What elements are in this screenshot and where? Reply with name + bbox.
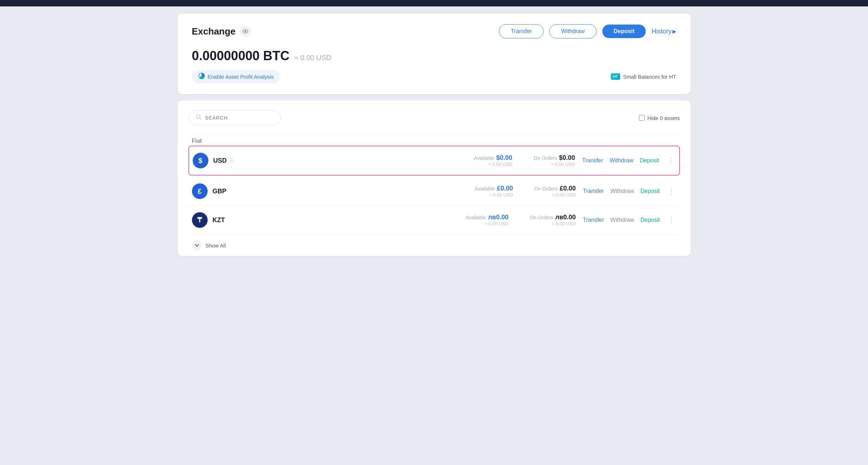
kzt-coin-icon: ₸ <box>192 212 208 228</box>
fiat-section-label: Fiat <box>188 134 680 144</box>
history-arrow-icon: ▶ <box>672 28 676 34</box>
available-label-gbp: Available <box>475 186 495 192</box>
orders-value-usd: $0.00 <box>559 154 575 162</box>
orders-label-usd: On Orders <box>534 155 557 161</box>
top-bar <box>0 0 868 6</box>
search-box[interactable] <box>188 110 281 125</box>
available-label-usd: Available <box>474 155 494 161</box>
available-usd-usd: ≈ 0.00 USD <box>488 162 512 167</box>
exchange-header: Exchange Transfer Withdraw Deposit Histo… <box>192 24 676 38</box>
available-value-usd: $0.00 <box>496 154 512 162</box>
transfer-btn-gbp[interactable]: Transfer <box>583 188 604 194</box>
balance-row: 0.00000000 BTC ≈ 0.00 USD <box>192 48 676 63</box>
enable-analysis-label: Enable Asset Profit Analysis <box>208 74 274 80</box>
coin-symbol-gbp: GBP <box>213 188 227 195</box>
table-row: $ USD ⓘ Available $0.00 ≈ 0.00 USD <box>188 146 680 176</box>
coin-name-usd: USD ⓘ <box>213 157 256 164</box>
hide-zero-row: Hide 0 assets <box>639 115 680 121</box>
orders-label-kzt: On Orders <box>530 215 553 220</box>
search-icon <box>196 114 202 121</box>
exchange-title-row: Exchange <box>192 26 251 37</box>
deposit-btn-gbp[interactable]: Deposit <box>640 188 660 194</box>
enable-analysis-button[interactable]: Enable Asset Profit Analysis <box>192 70 280 83</box>
show-all-label: Show All <box>206 242 226 249</box>
withdraw-btn-kzt[interactable]: Withdraw <box>610 217 634 223</box>
ht-badge: HT <box>611 73 620 80</box>
orders-value-gbp: £0.00 <box>560 185 576 192</box>
orders-label-gbp: On Orders <box>534 186 557 192</box>
search-row: Hide 0 assets <box>188 110 680 125</box>
header-actions: Transfer Withdraw Deposit History ▶ <box>499 24 676 38</box>
deposit-btn-kzt[interactable]: Deposit <box>640 217 660 223</box>
coin-name-kzt: KZT <box>213 216 255 224</box>
orders-usd-kzt: ≈ 0.00 USD <box>552 221 576 226</box>
hide-zero-label: Hide 0 assets <box>648 115 680 121</box>
withdraw-btn-gbp[interactable]: Withdraw <box>610 188 634 194</box>
actions-gbp: Transfer Withdraw Deposit ⋮ <box>583 187 676 195</box>
actions-usd: Transfer Withdraw Deposit ⋮ <box>582 156 676 165</box>
available-usd-gbp: ≈ 0.00 USD <box>489 192 513 198</box>
transfer-button[interactable]: Transfer <box>499 24 544 38</box>
fiat-section: Fiat $ USD ⓘ Available $0.00 ≈ 0.00 USD <box>188 134 680 256</box>
more-btn-usd[interactable]: ⋮ <box>666 156 676 165</box>
more-btn-gbp[interactable]: ⋮ <box>666 187 676 195</box>
pie-chart-icon <box>198 73 205 80</box>
actions-kzt: Transfer Withdraw Deposit ⋮ <box>583 216 676 224</box>
deposit-btn-usd[interactable]: Deposit <box>640 157 659 164</box>
orders-usd-gbp: ≈ 0.00 USD <box>552 192 576 198</box>
available-value-kzt: лв0.00 <box>488 214 509 221</box>
assets-card: Hide 0 assets Fiat $ USD ⓘ Available $0.… <box>178 100 691 256</box>
table-row: ₸ KZT Available лв0.00 ≈ 0.00 USD On <box>188 206 680 235</box>
coin-symbol-kzt: KZT <box>213 216 225 224</box>
table-row: £ GBP Available £0.00 ≈ 0.00 USD On O <box>188 177 680 206</box>
page-title: Exchange <box>192 26 236 37</box>
orders-usd-usd: ≈ 0.00 USD <box>551 162 575 167</box>
info-icon-usd[interactable]: ⓘ <box>229 157 234 164</box>
show-all-row[interactable]: Show All <box>188 235 680 256</box>
usd-coin-icon: $ <box>193 153 208 168</box>
more-btn-kzt[interactable]: ⋮ <box>666 216 676 224</box>
small-balances[interactable]: HT Small Balances for HT <box>611 73 676 80</box>
svg-point-1 <box>245 31 246 32</box>
gbp-coin-icon: £ <box>192 183 208 199</box>
coin-name-gbp: GBP <box>213 188 255 195</box>
orders-value-kzt: лв0.00 <box>555 214 576 221</box>
deposit-button[interactable]: Deposit <box>602 25 646 38</box>
available-usd-kzt: ≈ 0.00 USD <box>485 221 509 226</box>
toggle-visibility-button[interactable] <box>240 26 251 37</box>
withdraw-button[interactable]: Withdraw <box>549 24 597 38</box>
exchange-card: Exchange Transfer Withdraw Deposit Histo… <box>178 14 691 94</box>
withdraw-btn-usd[interactable]: Withdraw <box>610 157 634 164</box>
transfer-btn-kzt[interactable]: Transfer <box>583 217 604 223</box>
transfer-btn-usd[interactable]: Transfer <box>582 157 603 164</box>
history-link[interactable]: History ▶ <box>651 28 676 35</box>
hide-zero-checkbox[interactable] <box>639 115 645 121</box>
coin-symbol-usd: USD <box>213 157 227 164</box>
svg-line-4 <box>199 118 201 120</box>
available-label-kzt: Available <box>466 215 486 220</box>
asset-analysis-row: Enable Asset Profit Analysis HT Small Ba… <box>192 70 676 83</box>
small-balances-label: Small Balances for HT <box>623 74 676 80</box>
chevron-down-icon <box>192 240 202 250</box>
available-value-gbp: £0.00 <box>497 185 513 192</box>
search-input[interactable] <box>205 115 274 121</box>
main-container: Exchange Transfer Withdraw Deposit Histo… <box>167 6 701 263</box>
balance-usd: ≈ 0.00 USD <box>295 54 331 62</box>
balance-btc: 0.00000000 BTC <box>192 48 290 63</box>
